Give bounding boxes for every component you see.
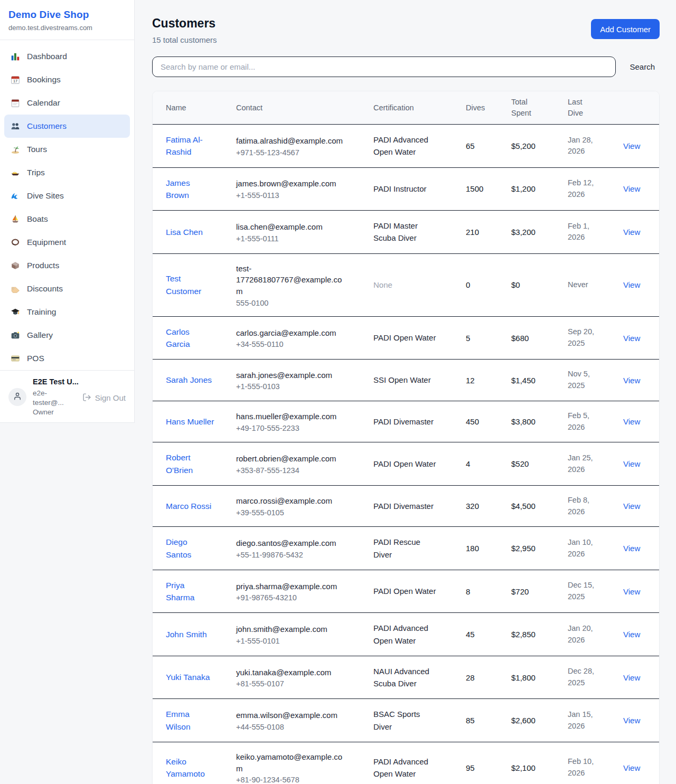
- customer-certification: BSAC Sports Diver: [373, 699, 465, 742]
- customer-phone: +91-98765-43210: [236, 593, 346, 602]
- view-link[interactable]: View: [623, 673, 640, 682]
- sidebar-item-dive-sites[interactable]: Dive Sites: [4, 184, 130, 207]
- sidebar-item-customers[interactable]: Customers: [4, 115, 130, 138]
- customer-certification: PADI Open Water: [373, 442, 465, 486]
- view-link[interactable]: View: [623, 280, 640, 289]
- customer-phone: +34-555-0110: [236, 340, 346, 348]
- sidebar-item-training[interactable]: Training: [4, 300, 130, 324]
- customer-name-link[interactable]: James Brown: [166, 178, 190, 200]
- view-link[interactable]: View: [623, 587, 640, 596]
- customer-last-dive: Jan 10, 2026: [567, 527, 623, 570]
- view-link[interactable]: View: [623, 334, 640, 343]
- customer-name-link[interactable]: Yuki Tanaka: [166, 673, 210, 682]
- view-link[interactable]: View: [623, 228, 640, 237]
- sidebar-item-calendar[interactable]: Calendar: [4, 91, 130, 115]
- customer-email: yuki.tanaka@example.com: [236, 667, 346, 678]
- customer-email: test-1772681807767@example.com: [236, 263, 346, 297]
- customer-phone: +1-555-0103: [236, 382, 346, 391]
- sidebar-item-boats[interactable]: Boats: [4, 207, 130, 231]
- view-link[interactable]: View: [623, 141, 640, 150]
- view-link[interactable]: View: [623, 544, 640, 553]
- customer-name-link[interactable]: Hans Mueller: [166, 417, 214, 426]
- customer-last-dive: Feb 8, 2026: [567, 485, 623, 527]
- calendar-icon: [11, 98, 20, 108]
- table-row: John Smith john.smith@example.com +1-555…: [153, 613, 660, 656]
- user-section: E2E Test U... e2e-tester@... Sign Out Ow…: [0, 370, 134, 423]
- customer-name-link[interactable]: John Smith: [166, 630, 207, 639]
- customer-email: carlos.garcia@example.com: [236, 327, 346, 339]
- sidebar-item-trips[interactable]: Trips: [4, 161, 130, 184]
- sidebar-item-label: Trips: [27, 168, 45, 177]
- customer-name-link[interactable]: Sarah Jones: [166, 375, 212, 384]
- table-row: Diego Santos diego.santos@example.com +5…: [153, 527, 660, 570]
- customer-dives: 0: [465, 253, 511, 316]
- customer-total-spent: $2,600: [511, 699, 567, 742]
- sidebar-item-bookings[interactable]: 17 Bookings: [4, 68, 130, 91]
- view-link[interactable]: View: [623, 376, 640, 385]
- customer-name-link[interactable]: Keiko Yamamoto: [166, 757, 205, 778]
- user-role: Owner: [33, 408, 126, 417]
- customer-certification: NAUI Advanced Scuba Diver: [373, 656, 465, 699]
- view-link[interactable]: View: [623, 502, 640, 511]
- shop-title[interactable]: Demo Dive Shop: [8, 9, 126, 21]
- page-title: Customers: [152, 16, 217, 31]
- customer-name-link[interactable]: Marco Rossi: [166, 502, 211, 511]
- customer-name-link[interactable]: Lisa Chen: [166, 228, 203, 237]
- table-row: Marco Rossi marco.rossi@example.com +39-…: [153, 485, 660, 527]
- customer-dives: 180: [465, 527, 511, 570]
- sidebar-item-label: POS: [27, 354, 44, 363]
- customer-name-link[interactable]: Diego Santos: [166, 537, 191, 559]
- customer-name-link[interactable]: Robert O'Brien: [166, 453, 193, 474]
- tours-icon: [11, 145, 20, 154]
- sidebar-item-label: Tours: [27, 145, 47, 154]
- view-link[interactable]: View: [623, 763, 640, 772]
- table-row: Carlos Garcia carlos.garcia@example.com …: [153, 316, 660, 360]
- dive-sites-icon: [11, 191, 20, 201]
- sidebar-item-pos[interactable]: POS: [4, 347, 130, 370]
- customer-certification: PADI Advanced Open Water: [373, 742, 465, 784]
- customer-total-spent: $1,800: [511, 656, 567, 699]
- view-link[interactable]: View: [623, 184, 640, 193]
- column-header-actions: [623, 91, 660, 125]
- customer-name-link[interactable]: Emma Wilson: [166, 710, 191, 731]
- search-input[interactable]: [152, 56, 616, 77]
- sidebar-item-label: Dashboard: [27, 52, 67, 61]
- view-link[interactable]: View: [623, 459, 640, 468]
- customer-email: lisa.chen@example.com: [236, 221, 346, 233]
- search-button[interactable]: Search: [616, 62, 660, 71]
- customer-total-spent: $1,200: [511, 167, 567, 211]
- customer-name-link[interactable]: Carlos Garcia: [166, 327, 190, 348]
- customer-total-spent: $520: [511, 442, 567, 486]
- customer-email: hans.mueller@example.com: [236, 411, 346, 422]
- customer-name-link[interactable]: Test Customer: [166, 274, 201, 295]
- view-link[interactable]: View: [623, 716, 640, 725]
- bookings-icon: 17: [11, 75, 20, 84]
- table-row: James Brown james.brown@example.com +1-5…: [153, 167, 660, 211]
- customer-name-link[interactable]: Fatima Al-Rashid: [166, 135, 203, 156]
- sidebar-item-tours[interactable]: Tours: [4, 138, 130, 161]
- sign-out-button[interactable]: Sign Out: [82, 393, 126, 403]
- sidebar-item-label: Equipment: [27, 238, 66, 247]
- view-link[interactable]: View: [623, 417, 640, 426]
- customer-name-link[interactable]: Priya Sharma: [166, 581, 194, 602]
- customer-email: sarah.jones@example.com: [236, 370, 346, 381]
- sidebar-item-dashboard[interactable]: Dashboard: [4, 45, 130, 68]
- sidebar-item-gallery[interactable]: Gallery: [4, 324, 130, 347]
- customer-last-dive: Sep 20, 2025: [567, 316, 623, 360]
- customer-phone: +81-90-1234-5678: [236, 776, 346, 784]
- view-link[interactable]: View: [623, 630, 640, 639]
- user-icon: [13, 391, 22, 403]
- customer-certification: None: [373, 253, 465, 316]
- customer-total-spent: $3,800: [511, 401, 567, 442]
- sidebar-item-products[interactable]: Products: [4, 254, 130, 277]
- customer-phone: +353-87-555-1234: [236, 466, 346, 475]
- customer-phone: +1-555-0111: [236, 234, 346, 243]
- sidebar-item-discounts[interactable]: Discounts: [4, 277, 130, 300]
- sidebar-item-equipment[interactable]: Equipment: [4, 231, 130, 254]
- add-customer-button[interactable]: Add Customer: [591, 19, 660, 39]
- customer-total-spent: $720: [511, 570, 567, 613]
- customer-phone: +44-555-0108: [236, 723, 346, 731]
- table-header: NameContactCertificationDivesTotal Spent…: [153, 91, 660, 125]
- sidebar-item-label: Discounts: [27, 284, 63, 294]
- customer-dives: 8: [465, 570, 511, 613]
